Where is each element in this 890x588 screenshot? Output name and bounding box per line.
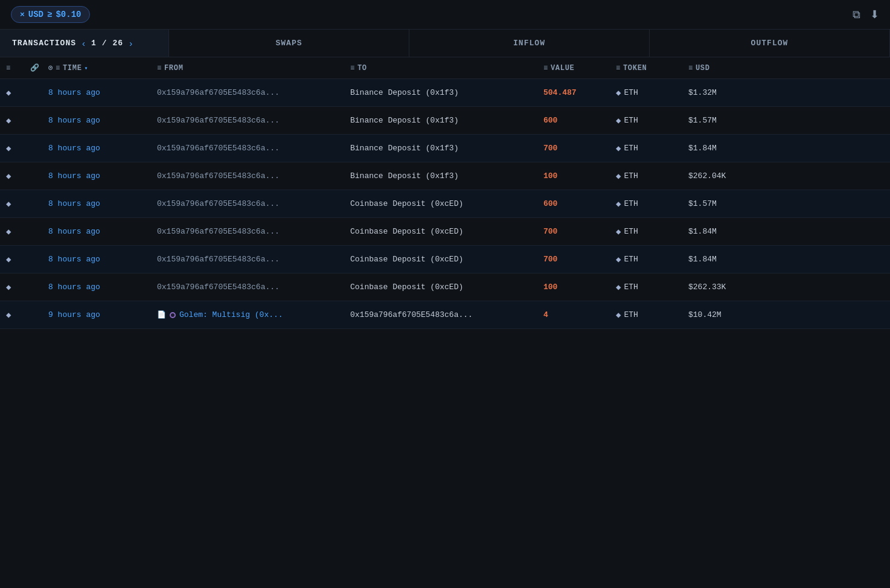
time-value: 8 hours ago: [48, 88, 100, 97]
filter-icon-1: ≡: [6, 64, 11, 72]
to-value: Coinbase Deposit (0xcED): [350, 255, 463, 264]
time-value: 8 hours ago: [48, 283, 100, 292]
copy-button[interactable]: ⧉: [853, 8, 860, 21]
token-name: ETH: [624, 310, 638, 319]
tab-outflow[interactable]: OUTFLOW: [650, 30, 890, 57]
prev-page-button[interactable]: ‹: [82, 38, 85, 48]
row-token-cell: ◆ ETH: [610, 88, 682, 98]
ethereum-icon: ◆: [6, 143, 11, 153]
row-to-cell[interactable]: Binance Deposit (0x1f3): [344, 144, 537, 153]
row-to-cell[interactable]: Coinbase Deposit (0xcED): [344, 255, 537, 264]
row-from-cell[interactable]: 0x159a796af6705E5483c6a...: [151, 199, 344, 208]
row-from-cell[interactable]: 0x159a796af6705E5483c6a...: [151, 144, 344, 153]
tab-bar: TRANSACTIONS ‹ 1 / 26 › SWAPS INFLOW OUT…: [0, 30, 890, 57]
tab-inflow[interactable]: INFLOW: [409, 30, 650, 57]
from-value: 0x159a796af6705E5483c6a...: [157, 88, 280, 97]
row-to-cell[interactable]: Binance Deposit (0x1f3): [344, 88, 537, 97]
row-eth-icon-cell: ◆: [0, 226, 24, 237]
table-row[interactable]: ◆8 hours ago0x159a796af6705E5483c6a...Co…: [0, 218, 890, 246]
time-value: 8 hours ago: [48, 171, 100, 181]
inflow-label: INFLOW: [513, 39, 545, 48]
time-value: 8 hours ago: [48, 199, 100, 208]
token-eth-icon: ◆: [616, 115, 621, 126]
to-value: Coinbase Deposit (0xcED): [350, 227, 463, 236]
close-icon[interactable]: ×: [20, 10, 25, 19]
next-page-button[interactable]: ›: [129, 38, 132, 48]
usd-value: $1.32M: [688, 88, 717, 97]
col-token-header[interactable]: ≡ TOKEN: [610, 64, 682, 72]
row-value-cell: 504.487: [537, 88, 610, 97]
row-token-cell: ◆ ETH: [610, 282, 682, 292]
row-from-cell[interactable]: 0x159a796af6705E5483c6a...: [151, 88, 344, 97]
outflow-label: OUTFLOW: [751, 39, 789, 48]
row-usd-cell: $1.84M: [682, 144, 755, 153]
row-from-cell[interactable]: 0x159a796af6705E5483c6a...: [151, 227, 344, 236]
tab-swaps[interactable]: SWAPS: [169, 30, 409, 57]
filter-tag[interactable]: × USD ≥ $0.10: [11, 6, 90, 23]
table-row[interactable]: ◆8 hours ago0x159a796af6705E5483c6a...Co…: [0, 273, 890, 301]
filter-value: $0.10: [56, 10, 81, 19]
ethereum-icon: ◆: [6, 310, 11, 320]
row-from-cell[interactable]: 0x159a796af6705E5483c6a...: [151, 171, 344, 181]
row-usd-cell: $1.84M: [682, 255, 755, 264]
value-amount: 100: [543, 171, 557, 181]
time-value: 8 hours ago: [48, 227, 100, 236]
col-value-header[interactable]: ≡ VALUE: [537, 64, 610, 72]
transaction-table: ◆8 hours ago0x159a796af6705E5483c6a...Bi…: [0, 79, 890, 329]
from-value: 0x159a796af6705E5483c6a...: [157, 171, 280, 181]
download-button[interactable]: ⬇: [870, 8, 879, 21]
tab-transactions[interactable]: TRANSACTIONS ‹ 1 / 26 ›: [0, 30, 169, 57]
row-to-cell[interactable]: 0x159a796af6705E5483c6a...: [344, 310, 537, 319]
filter-icon-4: ≡: [350, 64, 355, 72]
row-value-cell: 700: [537, 255, 610, 264]
to-value: Binance Deposit (0x1f3): [350, 171, 458, 181]
row-to-cell[interactable]: Coinbase Deposit (0xcED): [344, 199, 537, 208]
row-to-cell[interactable]: Coinbase Deposit (0xcED): [344, 283, 537, 292]
to-value: Coinbase Deposit (0xcED): [350, 283, 463, 292]
token-eth-icon: ◆: [616, 143, 621, 153]
to-value: Coinbase Deposit (0xcED): [350, 199, 463, 208]
row-from-cell[interactable]: 0x159a796af6705E5483c6a...: [151, 255, 344, 264]
filter-icon-5: ≡: [543, 64, 548, 72]
row-from-cell[interactable]: 📄 Golem: Multisig (0x...: [151, 310, 344, 319]
top-icons: ⧉ ⬇: [853, 8, 879, 21]
table-row[interactable]: ◆8 hours ago0x159a796af6705E5483c6a...Bi…: [0, 107, 890, 135]
col-from-header[interactable]: ≡ FROM: [151, 64, 344, 72]
row-value-cell: 700: [537, 227, 610, 236]
row-usd-cell: $1.32M: [682, 88, 755, 97]
row-eth-icon-cell: ◆: [0, 171, 24, 181]
table-row[interactable]: ◆8 hours ago0x159a796af6705E5483c6a...Co…: [0, 190, 890, 218]
from-value: Golem: Multisig (0x...: [179, 310, 283, 319]
page-separator: /: [102, 39, 113, 48]
row-eth-icon-cell: ◆: [0, 310, 24, 320]
table-row[interactable]: ◆8 hours ago0x159a796af6705E5483c6a...Co…: [0, 246, 890, 273]
row-to-cell[interactable]: Binance Deposit (0x1f3): [344, 116, 537, 125]
col-usd-header[interactable]: ≡ USD: [682, 64, 755, 72]
table-row[interactable]: ◆8 hours ago0x159a796af6705E5483c6a...Bi…: [0, 135, 890, 162]
col-time-header[interactable]: ⊙ ≡ TIME ▾: [42, 63, 151, 72]
col-to-header[interactable]: ≡ TO: [344, 64, 537, 72]
table-row[interactable]: ◆9 hours ago 📄 Golem: Multisig (0x... 0x…: [0, 301, 890, 329]
row-token-cell: ◆ ETH: [610, 115, 682, 126]
row-time-cell: 8 hours ago: [42, 227, 151, 236]
from-value: 0x159a796af6705E5483c6a...: [157, 116, 280, 125]
row-time-cell: 8 hours ago: [42, 283, 151, 292]
usd-value: $1.84M: [688, 227, 717, 236]
time-label: TIME: [63, 64, 82, 72]
row-eth-icon-cell: ◆: [0, 199, 24, 209]
row-from-cell[interactable]: 0x159a796af6705E5483c6a...: [151, 283, 344, 292]
from-value: 0x159a796af6705E5483c6a...: [157, 255, 280, 264]
page-info: 1 / 26: [91, 39, 123, 48]
to-value: Binance Deposit (0x1f3): [350, 144, 458, 153]
usd-value: $1.57M: [688, 116, 717, 125]
row-to-cell[interactable]: Binance Deposit (0x1f3): [344, 171, 537, 181]
table-row[interactable]: ◆8 hours ago0x159a796af6705E5483c6a...Bi…: [0, 162, 890, 190]
token-eth-icon: ◆: [616, 171, 621, 181]
table-row[interactable]: ◆8 hours ago0x159a796af6705E5483c6a...Bi…: [0, 79, 890, 107]
row-from-cell[interactable]: 0x159a796af6705E5483c6a...: [151, 116, 344, 125]
row-to-cell[interactable]: Coinbase Deposit (0xcED): [344, 227, 537, 236]
clock-icon: ⊙: [48, 63, 53, 72]
row-value-cell: 600: [537, 199, 610, 208]
page-total: 26: [112, 39, 123, 48]
row-time-cell: 8 hours ago: [42, 199, 151, 208]
